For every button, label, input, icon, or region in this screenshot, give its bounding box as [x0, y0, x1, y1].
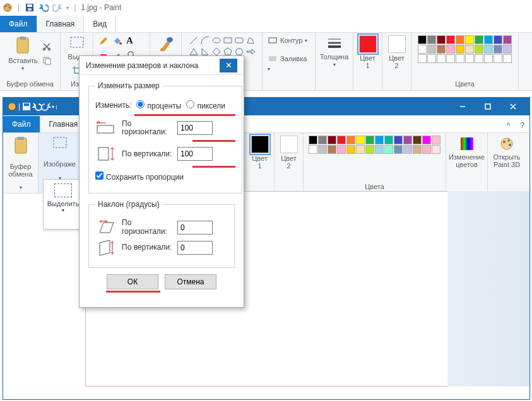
color-palette-2[interactable] — [309, 136, 440, 154]
color1-swatch[interactable] — [359, 35, 377, 53]
color-swatch[interactable] — [365, 136, 374, 144]
color-swatch[interactable] — [384, 145, 393, 154]
outline-button[interactable]: Контур ▾ — [268, 35, 307, 45]
shape-poly-icon[interactable] — [245, 35, 256, 45]
save-icon-2[interactable] — [21, 102, 32, 112]
color-swatch[interactable] — [328, 145, 336, 154]
color1-button-2[interactable]: Цвет 1 — [251, 136, 269, 170]
color-swatch[interactable] — [328, 136, 336, 144]
edit-colors-button[interactable]: Изменение цветов — [449, 136, 485, 168]
shape-arrow-icon[interactable] — [245, 47, 256, 57]
color-swatch[interactable] — [394, 136, 403, 144]
fill-icon[interactable] — [112, 36, 122, 46]
minimize-button[interactable] — [450, 98, 475, 115]
qat-dropdown-icon-2[interactable]: ▾ | — [52, 104, 57, 110]
color2-swatch[interactable] — [388, 35, 406, 53]
color-swatch[interactable] — [427, 45, 436, 54]
color-swatch[interactable] — [318, 145, 327, 154]
color-swatch[interactable] — [456, 45, 464, 54]
resize-h-input[interactable] — [177, 121, 213, 135]
color-swatch[interactable] — [309, 145, 317, 154]
color-swatch[interactable] — [403, 145, 412, 154]
color-swatch[interactable] — [446, 54, 455, 63]
color-swatch[interactable] — [503, 45, 512, 54]
fill-button[interactable]: Заливка ▾ — [268, 54, 310, 72]
resize-v-input[interactable] — [177, 147, 213, 161]
color-swatch[interactable] — [446, 45, 455, 54]
cancel-button[interactable]: Отмена — [165, 274, 216, 289]
color-swatch[interactable] — [484, 54, 493, 63]
color-palette[interactable] — [418, 35, 512, 63]
color-swatch[interactable] — [418, 45, 427, 54]
tab-home[interactable]: Главная — [37, 16, 85, 32]
shape-oval-icon[interactable] — [211, 35, 222, 45]
color-swatch[interactable] — [318, 136, 327, 144]
color-swatch[interactable] — [484, 35, 493, 44]
color-swatch[interactable] — [446, 35, 455, 44]
color-swatch[interactable] — [375, 136, 384, 144]
undo-icon[interactable] — [38, 3, 49, 13]
color-swatch[interactable] — [365, 145, 374, 154]
color-swatch[interactable] — [475, 54, 483, 63]
color-swatch[interactable] — [494, 35, 502, 44]
color-swatch[interactable] — [456, 35, 464, 44]
paste-button-2[interactable] — [11, 136, 31, 156]
color-swatch[interactable] — [309, 136, 317, 144]
color-swatch[interactable] — [346, 145, 355, 154]
color-swatch[interactable] — [456, 54, 464, 63]
shape-line-icon[interactable] — [189, 35, 199, 45]
color-swatch[interactable] — [475, 35, 483, 44]
text-icon[interactable]: A — [126, 35, 133, 46]
color-swatch[interactable] — [356, 136, 365, 144]
color2-button[interactable]: Цвет 2 — [388, 35, 406, 69]
color-swatch[interactable] — [337, 145, 346, 154]
paste-button[interactable]: Вставить ▾ — [8, 35, 38, 71]
color-swatch[interactable] — [422, 136, 431, 144]
color1-button[interactable]: Цвет 1 — [359, 35, 377, 69]
clipboard-dropdown-icon[interactable]: ▾ — [20, 185, 22, 190]
select-tool-icon[interactable] — [54, 183, 72, 197]
color-swatch[interactable] — [346, 136, 355, 144]
ok-button[interactable]: ОК — [107, 274, 158, 289]
select-tool-dropdown-icon[interactable]: ▾ — [62, 207, 64, 213]
pencil-icon[interactable] — [98, 36, 109, 46]
save-icon[interactable] — [25, 3, 35, 13]
redo-icon[interactable] — [52, 3, 62, 13]
maximize-button[interactable] — [475, 98, 500, 115]
color-swatch[interactable] — [465, 45, 474, 54]
tab-view[interactable]: Вид — [84, 16, 116, 32]
radio-percent[interactable]: проценты — [136, 100, 181, 110]
color-swatch[interactable] — [432, 136, 440, 144]
color-swatch[interactable] — [375, 145, 384, 154]
color-swatch[interactable] — [494, 45, 502, 54]
fill-dropdown-icon[interactable]: ▾ — [268, 66, 270, 72]
color2-button-2[interactable]: Цвет 2 — [280, 136, 298, 170]
dialog-close-button[interactable]: ✕ — [220, 59, 237, 73]
color-swatch[interactable] — [484, 45, 493, 54]
undo-icon-2[interactable] — [32, 102, 42, 112]
color-swatch[interactable] — [394, 145, 403, 154]
ribbon-collapse-icon[interactable]: ^ — [502, 119, 516, 132]
color-swatch[interactable] — [413, 136, 422, 144]
paste-dropdown-icon[interactable]: ▾ — [21, 66, 24, 71]
color-swatch[interactable] — [432, 145, 440, 154]
copy-icon[interactable] — [42, 55, 52, 66]
color-swatch[interactable] — [418, 54, 427, 63]
shape-roundrect-icon[interactable] — [234, 35, 244, 45]
radio-pixels[interactable]: пиксели — [186, 100, 225, 110]
color-swatch[interactable] — [503, 35, 512, 44]
color-swatch[interactable] — [403, 136, 412, 144]
color1-swatch-2[interactable] — [251, 136, 269, 153]
cut-icon[interactable] — [42, 42, 52, 52]
color-swatch[interactable] — [384, 136, 393, 144]
color-swatch[interactable] — [465, 54, 474, 63]
thickness-button[interactable]: Толщина ▾ — [320, 35, 349, 67]
color-swatch[interactable] — [437, 45, 446, 54]
thickness-dropdown-icon[interactable]: ▾ — [333, 62, 336, 67]
tab-file-2[interactable]: Файл — [3, 116, 40, 132]
skew-v-input[interactable] — [177, 241, 213, 255]
shape-curve-icon[interactable] — [200, 35, 210, 45]
color-swatch[interactable] — [475, 45, 483, 54]
color-swatch[interactable] — [427, 54, 436, 63]
image-button-2[interactable] — [52, 136, 68, 152]
